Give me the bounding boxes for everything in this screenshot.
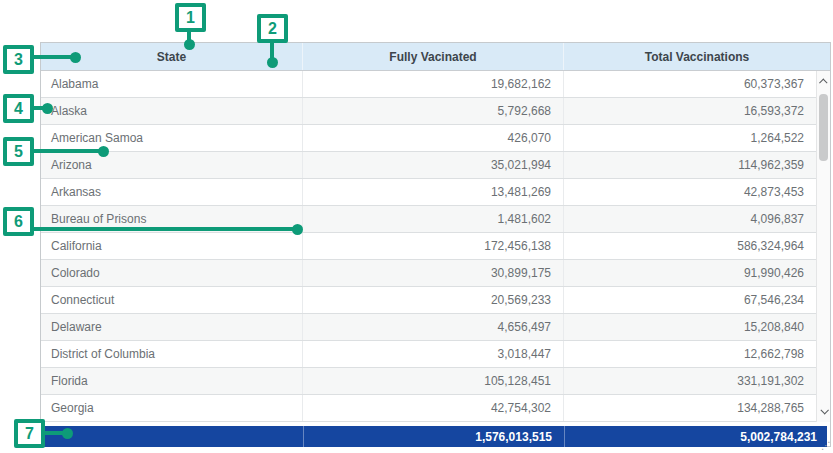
- total-vaccinations-cell: 42,873,453: [564, 179, 816, 205]
- column-header-fully-vaccinated[interactable]: Fully Vacinated: [303, 43, 564, 70]
- table-row[interactable]: Arkansas13,481,26942,873,453: [41, 179, 816, 206]
- table-row[interactable]: District of Columbia3,018,44712,662,798: [41, 341, 816, 368]
- total-vaccinations-cell: 4,096,837: [564, 206, 816, 232]
- table-row[interactable]: Florida105,128,451331,191,302: [41, 368, 816, 395]
- table-row[interactable]: American Samoa426,0701,264,522: [41, 125, 816, 152]
- chevron-up-icon: [819, 78, 827, 86]
- fully-vaccinated-cell: 426,070: [303, 125, 564, 151]
- callout-7: 7: [14, 419, 45, 448]
- vaccination-table: State Fully Vacinated Total Vaccinations…: [40, 42, 831, 447]
- callout-2-dot: [267, 57, 278, 68]
- total-vaccinations-cell: 67,546,234: [564, 287, 816, 313]
- table-header-row: State Fully Vacinated Total Vaccinations: [41, 43, 830, 71]
- table-row[interactable]: Delaware4,656,49715,208,840: [41, 314, 816, 341]
- callout-6-leader-line: [32, 227, 293, 231]
- summary-row: 1,576,013,515 5,002,784,231: [41, 426, 827, 447]
- total-vaccinations-cell: 331,191,302: [564, 368, 816, 394]
- state-cell: Alaska: [41, 98, 303, 124]
- callout-1-dot: [184, 39, 195, 50]
- table-row[interactable]: Colorado30,899,17591,990,426: [41, 260, 816, 287]
- table-row[interactable]: Arizona35,021,994114,962,359: [41, 152, 816, 179]
- total-vaccinations-cell: 91,990,426: [564, 260, 816, 286]
- fully-vaccinated-cell: 5,792,668: [303, 98, 564, 124]
- state-cell: Florida: [41, 368, 303, 394]
- total-vaccinations-cell: 114,962,359: [564, 152, 816, 178]
- callout-7-dot: [62, 428, 73, 439]
- state-cell: Alabama: [41, 71, 303, 97]
- callout-4-dot: [42, 103, 53, 114]
- callout-5-leader-line: [32, 149, 102, 153]
- column-header-total-vaccinations[interactable]: Total Vaccinations: [564, 43, 830, 70]
- total-vaccinations-cell: 60,373,367: [564, 71, 816, 97]
- fully-vaccinated-cell: 35,021,994: [303, 152, 564, 178]
- state-cell: Georgia: [41, 395, 303, 421]
- scroll-up-button[interactable]: [817, 74, 830, 90]
- summary-state-cell: [41, 426, 303, 447]
- state-cell: American Samoa: [41, 125, 303, 151]
- state-cell: Colorado: [41, 260, 303, 286]
- callout-5: 5: [3, 137, 34, 166]
- callout-4: 4: [3, 94, 34, 123]
- fully-vaccinated-cell: 105,128,451: [303, 368, 564, 394]
- state-cell: Arkansas: [41, 179, 303, 205]
- state-cell: California: [41, 233, 303, 259]
- callout-3-leader-line: [32, 55, 72, 59]
- summary-total-vaccinations: 5,002,784,231: [564, 426, 827, 447]
- callout-6-dot: [292, 224, 303, 235]
- vertical-scrollbar[interactable]: [816, 71, 830, 422]
- total-vaccinations-cell: 586,324,964: [564, 233, 816, 259]
- table-body: Alabama19,682,16260,373,367Alaska5,792,6…: [41, 71, 816, 422]
- total-vaccinations-cell: 16,593,372: [564, 98, 816, 124]
- table-row[interactable]: Alaska5,792,66816,593,372: [41, 98, 816, 125]
- total-vaccinations-cell: 12,662,798: [564, 341, 816, 367]
- state-cell: Connecticut: [41, 287, 303, 313]
- fully-vaccinated-cell: 172,456,138: [303, 233, 564, 259]
- chevron-down-icon: [820, 406, 828, 414]
- state-cell: District of Columbia: [41, 341, 303, 367]
- fully-vaccinated-cell: 13,481,269: [303, 179, 564, 205]
- fully-vaccinated-cell: 1,481,602: [303, 206, 564, 232]
- total-vaccinations-cell: 1,264,522: [564, 125, 816, 151]
- callout-3-dot: [70, 52, 81, 63]
- fully-vaccinated-cell: 20,569,233: [303, 287, 564, 313]
- fully-vaccinated-cell: 3,018,447: [303, 341, 564, 367]
- resize-handle-icon[interactable]: ⋰: [821, 441, 831, 451]
- fully-vaccinated-cell: 19,682,162: [303, 71, 564, 97]
- scroll-down-button[interactable]: [817, 403, 830, 419]
- table-row[interactable]: Georgia42,754,302134,288,765: [41, 395, 816, 422]
- table-row[interactable]: Connecticut20,569,23367,546,234: [41, 287, 816, 314]
- state-cell: Delaware: [41, 314, 303, 340]
- table-row[interactable]: California172,456,138586,324,964: [41, 233, 816, 260]
- scrollbar-thumb[interactable]: [819, 94, 828, 161]
- callout-3: 3: [3, 45, 34, 74]
- fully-vaccinated-cell: 42,754,302: [303, 395, 564, 421]
- callout-2: 2: [257, 14, 288, 43]
- callout-1: 1: [175, 3, 206, 32]
- state-cell: Arizona: [41, 152, 303, 178]
- callout-5-dot: [98, 146, 109, 157]
- fully-vaccinated-cell: 4,656,497: [303, 314, 564, 340]
- summary-fully-vaccinated: 1,576,013,515: [303, 426, 564, 447]
- callout-6: 6: [3, 207, 34, 236]
- callout-7-leader-line: [44, 431, 64, 435]
- fully-vaccinated-cell: 30,899,175: [303, 260, 564, 286]
- total-vaccinations-cell: 134,288,765: [564, 395, 816, 421]
- table-row[interactable]: Alabama19,682,16260,373,367: [41, 71, 816, 98]
- total-vaccinations-cell: 15,208,840: [564, 314, 816, 340]
